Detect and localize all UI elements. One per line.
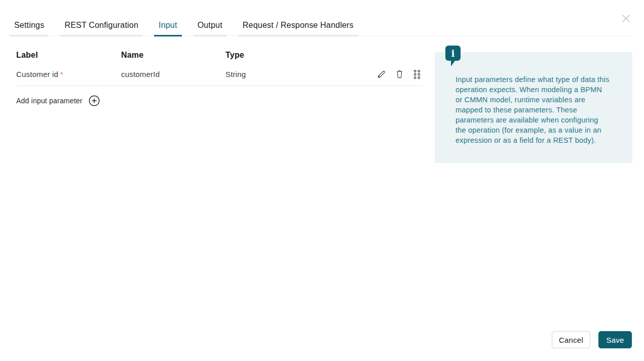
tab-rest-configuration[interactable]: REST Configuration: [60, 21, 143, 36]
save-button[interactable]: Save: [598, 331, 632, 348]
column-header-type: Type: [225, 51, 367, 60]
tab-request-response-handlers[interactable]: Request / Response Handlers: [238, 21, 358, 36]
tab-input[interactable]: Input: [154, 21, 182, 36]
input-parameters-table: Label Name Type Customer id* customerId …: [16, 48, 423, 109]
param-type-cell: String: [225, 70, 367, 78]
row-actions: [367, 69, 423, 79]
column-header-name: Name: [121, 51, 225, 60]
param-name-cell: customerId: [121, 70, 225, 78]
required-marker: *: [60, 70, 63, 78]
info-icon: i: [445, 46, 461, 67]
table-row: Customer id* customerId String: [16, 63, 423, 86]
operation-config-dialog: Settings REST Configuration Input Output…: [0, 0, 644, 361]
info-panel: i Input parameters define what type of d…: [435, 52, 632, 163]
svg-text:i: i: [451, 48, 455, 59]
tab-output[interactable]: Output: [193, 21, 227, 36]
tab-settings[interactable]: Settings: [10, 21, 49, 36]
tab-bar: Settings REST Configuration Input Output…: [10, 15, 632, 36]
param-label-cell: Customer id*: [16, 70, 121, 78]
table-header-row: Label Name Type: [16, 48, 423, 63]
add-input-parameter-button[interactable]: Add input parameter: [16, 86, 423, 109]
drag-handle-icon[interactable]: [413, 69, 421, 79]
param-label-text: Customer id: [16, 70, 58, 78]
edit-pencil-icon[interactable]: [376, 69, 386, 79]
delete-trash-icon[interactable]: [395, 69, 404, 79]
plus-circle-icon: [89, 95, 100, 106]
column-header-label: Label: [16, 51, 121, 60]
add-input-parameter-label: Add input parameter: [16, 97, 83, 105]
cancel-button[interactable]: Cancel: [552, 331, 590, 348]
info-panel-text: Input parameters define what type of dat…: [456, 74, 610, 145]
